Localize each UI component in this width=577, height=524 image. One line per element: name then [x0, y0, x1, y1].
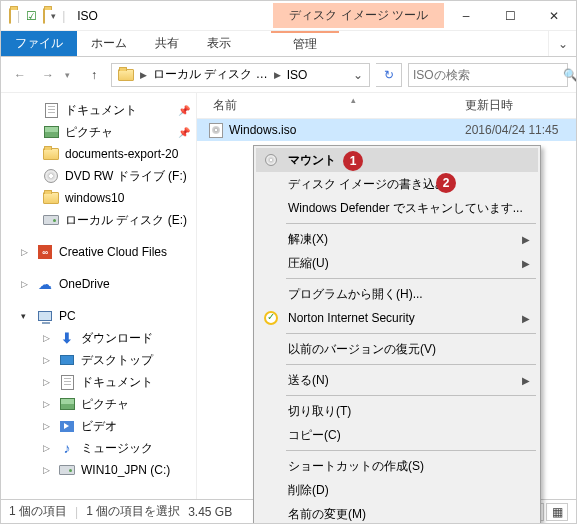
menu-item-previous-versions[interactable]: 以前のバージョンの復元(V): [256, 337, 538, 361]
menu-label: Norton Internet Security: [288, 311, 415, 325]
drive-icon: [43, 215, 59, 225]
sidebar-item-label: Creative Cloud Files: [59, 245, 167, 259]
tab-manage[interactable]: 管理: [271, 31, 339, 56]
chevron-right-icon[interactable]: ▶: [272, 70, 283, 80]
sidebar-item-pc[interactable]: ▾PC: [1, 305, 196, 327]
minimize-button[interactable]: –: [444, 1, 488, 31]
pc-icon: [38, 311, 52, 321]
menu-item-extract[interactable]: 解凍(X)▶: [256, 227, 538, 251]
expand-icon[interactable]: ▷: [43, 355, 53, 365]
menu-item-copy[interactable]: コピー(C): [256, 423, 538, 447]
folder-icon: [43, 192, 59, 204]
sidebar-item-label: WIN10_JPN (C:): [81, 463, 170, 477]
menu-label: マウント: [288, 152, 336, 169]
status-separator: |: [75, 505, 78, 519]
menu-separator: [286, 278, 536, 279]
history-dropdown[interactable]: ▾: [65, 70, 77, 80]
sidebar-item-documents[interactable]: ▷ドキュメント: [1, 371, 196, 393]
collapse-icon[interactable]: ▾: [21, 311, 31, 321]
menu-item-create-shortcut[interactable]: ショートカットの作成(S): [256, 454, 538, 478]
sidebar-item-label: documents-export-20: [65, 147, 178, 161]
expand-icon[interactable]: ▷: [43, 377, 53, 387]
menu-item-defender[interactable]: Windows Defender でスキャンしています...: [256, 196, 538, 220]
iso-file-icon: [209, 123, 223, 138]
sidebar-item-folder[interactable]: windows10: [1, 187, 196, 209]
ribbon-expand-button[interactable]: ⌄: [548, 31, 576, 56]
sidebar-item-documents[interactable]: ドキュメント📌: [1, 99, 196, 121]
menu-item-burn[interactable]: ディスク イメージの書き込み: [256, 172, 538, 196]
sidebar-item-downloads[interactable]: ▷⬇ダウンロード: [1, 327, 196, 349]
sidebar-item-pictures[interactable]: ▷ピクチャ: [1, 393, 196, 415]
menu-item-compress[interactable]: 圧縮(U)▶: [256, 251, 538, 275]
sidebar-item-desktop[interactable]: ▷デスクトップ: [1, 349, 196, 371]
menu-item-send-to[interactable]: 送る(N)▶: [256, 368, 538, 392]
maximize-button[interactable]: ☐: [488, 1, 532, 31]
menu-item-delete[interactable]: 削除(D): [256, 478, 538, 502]
menu-label: 圧縮(U): [288, 255, 329, 272]
sidebar-item-label: ミュージック: [81, 440, 153, 457]
sidebar-item-label: ローカル ディスク (E:): [65, 212, 187, 229]
column-header-name[interactable]: 名前▴: [197, 97, 457, 114]
status-size: 3.45 GB: [188, 505, 232, 519]
tab-view[interactable]: 表示: [193, 31, 245, 56]
sidebar-item-label: ドキュメント: [81, 374, 153, 391]
breadcrumb-dropdown[interactable]: ⌄: [349, 68, 367, 82]
expand-icon[interactable]: ▷: [43, 399, 53, 409]
menu-item-cut[interactable]: 切り取り(T): [256, 399, 538, 423]
sidebar-item-label: デスクトップ: [81, 352, 153, 369]
qat-checkbox-icon[interactable]: ☑: [26, 9, 37, 23]
expand-icon[interactable]: ▷: [43, 465, 53, 475]
sidebar-item-drive-c[interactable]: ▷WIN10_JPN (C:): [1, 459, 196, 481]
search-box[interactable]: 🔍: [408, 63, 568, 87]
breadcrumb-seg-2[interactable]: ISO: [283, 68, 312, 82]
file-row[interactable]: Windows.iso 2016/04/24 11:45: [197, 119, 576, 141]
tab-home[interactable]: ホーム: [77, 31, 141, 56]
menu-item-mount[interactable]: マウント: [256, 148, 538, 172]
sidebar-item-pictures[interactable]: ピクチャ📌: [1, 121, 196, 143]
document-icon: [61, 375, 74, 390]
qat-folder-icon[interactable]: [43, 9, 45, 23]
context-tool-header: ディスク イメージ ツール: [273, 3, 444, 28]
search-input[interactable]: [413, 68, 563, 82]
sidebar-item-label: OneDrive: [59, 277, 110, 291]
pin-icon: 📌: [178, 127, 190, 138]
expand-icon[interactable]: ▷: [21, 247, 31, 257]
document-icon: [45, 103, 58, 118]
up-button[interactable]: ↑: [83, 64, 105, 86]
video-icon: [60, 421, 74, 432]
breadcrumb-seg-1[interactable]: ローカル ディスク …: [149, 66, 272, 83]
context-menu: マウント ディスク イメージの書き込み Windows Defender でスキ…: [253, 145, 541, 524]
norton-icon: [262, 309, 280, 327]
sidebar-item-video[interactable]: ▷ビデオ: [1, 415, 196, 437]
refresh-button[interactable]: ↻: [376, 63, 402, 87]
tab-file[interactable]: ファイル: [1, 31, 77, 56]
creative-cloud-icon: ∞: [38, 245, 52, 259]
back-button[interactable]: ←: [9, 64, 31, 86]
search-icon[interactable]: 🔍: [563, 68, 577, 82]
expand-icon[interactable]: ▷: [43, 443, 53, 453]
close-button[interactable]: ✕: [532, 1, 576, 31]
sidebar-tree[interactable]: ドキュメント📌 ピクチャ📌 documents-export-20 DVD RW…: [1, 93, 197, 499]
sidebar-item-dvd[interactable]: DVD RW ドライブ (F:): [1, 165, 196, 187]
column-header-date[interactable]: 更新日時: [457, 97, 513, 114]
expand-icon[interactable]: ▷: [43, 333, 53, 343]
sidebar-item-music[interactable]: ▷♪ミュージック: [1, 437, 196, 459]
menu-item-norton[interactable]: Norton Internet Security▶: [256, 306, 538, 330]
view-icons-button[interactable]: ▦: [546, 503, 568, 521]
menu-item-rename[interactable]: 名前の変更(M): [256, 502, 538, 524]
chevron-right-icon[interactable]: ▶: [138, 70, 149, 80]
expand-icon[interactable]: ▷: [21, 279, 31, 289]
sidebar-item-drive[interactable]: ローカル ディスク (E:): [1, 209, 196, 231]
menu-item-open-with[interactable]: プログラムから開く(H)...: [256, 282, 538, 306]
sidebar-item-folder[interactable]: documents-export-20: [1, 143, 196, 165]
breadcrumb[interactable]: ▶ ローカル ディスク … ▶ ISO ⌄: [111, 63, 370, 87]
disc-icon: [44, 169, 58, 183]
nav-bar: ← → ▾ ↑ ▶ ローカル ディスク … ▶ ISO ⌄ ↻ 🔍: [1, 57, 576, 93]
menu-separator: [286, 450, 536, 451]
sidebar-item-creative-cloud[interactable]: ▷∞Creative Cloud Files: [1, 241, 196, 263]
expand-icon[interactable]: ▷: [43, 421, 53, 431]
tab-share[interactable]: 共有: [141, 31, 193, 56]
window-title: ISO: [73, 9, 253, 23]
qat-dropdown-icon[interactable]: ▾: [51, 11, 56, 21]
sidebar-item-onedrive[interactable]: ▷☁OneDrive: [1, 273, 196, 295]
